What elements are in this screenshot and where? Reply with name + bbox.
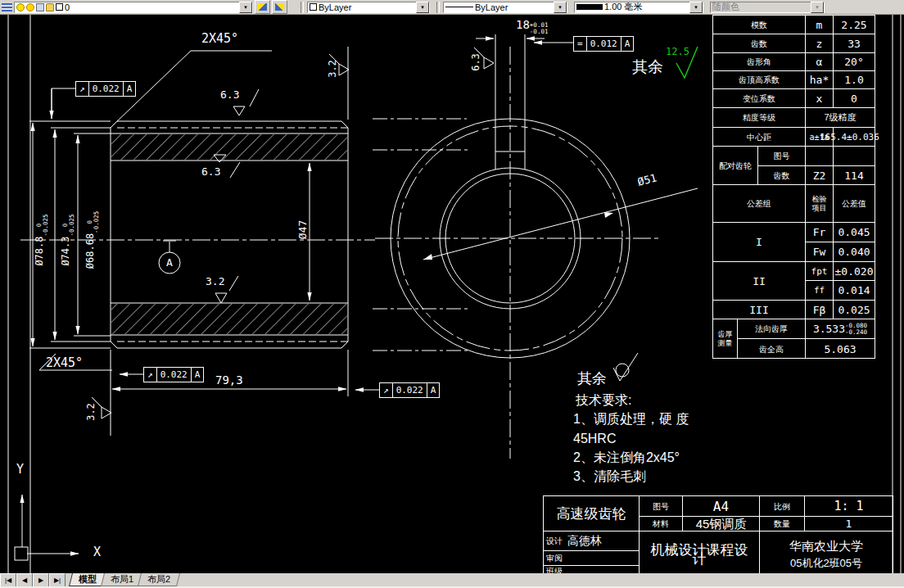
designer-name: 高德林 [567, 536, 602, 545]
sf-3-2-left: 3.2 [85, 396, 97, 428]
layer-lock-icon[interactable] [46, 3, 54, 11]
title-block: 高速级齿轮 图号 A4 比例 1: 1 材料 45钢调质 数量 1 设计 高德林… [543, 495, 893, 573]
color-swatch-icon [310, 3, 317, 11]
linetype-value: ByLayer [475, 2, 508, 12]
chamfer-label-top: 2X45° [201, 31, 238, 46]
tech-req-line4: 3、清除毛刺 [573, 468, 646, 486]
ucs-icon [15, 495, 79, 560]
layer-previous-button[interactable] [272, 0, 287, 14]
current-layer-name: 0 [65, 2, 70, 12]
runout-icon: ↗ [380, 383, 393, 397]
layer-freeze-sun-icon[interactable] [26, 3, 34, 11]
object-properties-toolbar: 0 ▼ ByLayer ▼ ByLayer ▼ 1.00 毫米 ▼ 随颜色 ▼ [0, 0, 904, 15]
layer-combo[interactable]: 0 ▼ [14, 2, 253, 13]
color-control-combo[interactable]: ByLayer ▼ [307, 2, 430, 13]
sf-3-2-right: 3.2 [327, 52, 338, 85]
dim-keyway-18: 18+0.01-0.01 [516, 18, 548, 34]
viewport-freeze-icon[interactable] [36, 3, 44, 11]
gear-parameter-table: 模数 m 2.25 齿数 z 33 齿形角 α 20° 齿顶高系数 ha* 1.… [712, 15, 876, 359]
linetype-dropdown-arrow[interactable]: ▼ [554, 2, 567, 13]
make-object-layer-current-button[interactable] [255, 0, 270, 14]
toolbar-separator [301, 2, 304, 13]
gdt-frame-runout-bottom1: ↗0.022A [143, 367, 204, 382]
tab-nav-first-button[interactable]: |◀ [0, 573, 16, 587]
table-label: 模数 [712, 15, 805, 34]
gdt-frame-runout-top: ↗0.022A [75, 81, 136, 97]
tab-nav-next-button[interactable]: ▶ [33, 573, 49, 587]
lineweight-control-combo[interactable]: 1.00 毫米 ▼ [574, 2, 703, 13]
tech-req-line3: 2、未注倒角2x45° [573, 450, 680, 467]
tab-layout2[interactable]: 布局2 [138, 573, 180, 586]
chamfer-label-bottom: 2X45° [46, 355, 83, 370]
runout-icon: ↗ [144, 368, 157, 382]
linetype-line-icon [445, 7, 473, 7]
tab-layout1[interactable]: 布局1 [101, 573, 143, 586]
tab-nav-last-button[interactable]: ▶| [49, 573, 66, 587]
qiyu-label-notes: 其余 [577, 369, 607, 388]
sf-6-3-bore: 6.3 [201, 165, 220, 178]
sf-6-3-top: 6.3 [220, 88, 239, 101]
symmetry-icon: = [574, 37, 587, 51]
tech-req-title: 技术要求: [576, 392, 631, 409]
datum-a-label: A [161, 256, 178, 269]
layer-color-swatch[interactable] [56, 3, 63, 11]
color-value: ByLayer [319, 2, 351, 12]
color-dropdown-arrow[interactable]: ▼ [416, 2, 429, 13]
dim-dia68: Ø68.680-0.025 [84, 199, 99, 281]
ucs-y-label: Y [16, 462, 24, 477]
sf-6-3-keyway: 6.3 [470, 46, 481, 79]
lineweight-bar-icon [576, 4, 603, 10]
section-hatch [111, 134, 347, 334]
layer-on-bulb-icon[interactable] [16, 3, 25, 11]
tech-req-line1: 1、调质处理，硬 度 [573, 411, 689, 428]
lineweight-value: 1.00 毫米 [604, 1, 642, 13]
tech-req-line2: 45HRC [573, 432, 616, 446]
course-name: 机械设计课程设计 [639, 531, 759, 573]
sf-12-5-general: 12.5 [666, 46, 689, 57]
plot-style-value: 随颜色 [712, 1, 739, 13]
part-name: 高速级齿轮 [543, 495, 639, 531]
layout-tab-bar: |◀ ◀ ▶ ▶| 模型 布局1 布局2 [0, 573, 904, 586]
runout-icon: ↗ [76, 82, 89, 96]
qiyu-label-top: 其余 [632, 57, 663, 78]
gdt-frame-symmetry: =0.012A [573, 36, 634, 52]
sf-3-2-bore: 3.2 [206, 275, 224, 287]
gdt-frame-runout-bottom2: ↗0.022A [379, 382, 440, 398]
table-bottom-border [712, 358, 875, 359]
dim-length: 79,3 [215, 373, 243, 387]
tab-nav-prev-button[interactable]: ◀ [16, 573, 33, 587]
ucs-x-label: X [93, 545, 101, 559]
plot-style-combo: 随颜色 ▼ [710, 2, 825, 13]
lineweight-dropdown-arrow[interactable]: ▼ [689, 2, 703, 13]
surface-finish-symbols [92, 47, 638, 418]
layer-dropdown-arrow[interactable]: ▼ [239, 2, 252, 13]
toolbar-separator [436, 2, 440, 13]
dim-dia78: Ø78.80-0.025 [34, 199, 48, 281]
dim-dia47: Ø47 [296, 197, 309, 263]
dim-dia74: Ø74.30-0.025 [60, 199, 75, 281]
linetype-control-combo[interactable]: ByLayer ▼ [443, 2, 567, 13]
school-name: 华南农业大学05机化2班05号 [759, 531, 893, 573]
plot-style-dropdown-arrow: ▼ [811, 2, 824, 13]
layers-stack-icon[interactable] [2, 3, 12, 11]
autocad-window: 0 ▼ ByLayer ▼ ByLayer ▼ 1.00 毫米 ▼ 随颜色 ▼ [0, 0, 904, 588]
